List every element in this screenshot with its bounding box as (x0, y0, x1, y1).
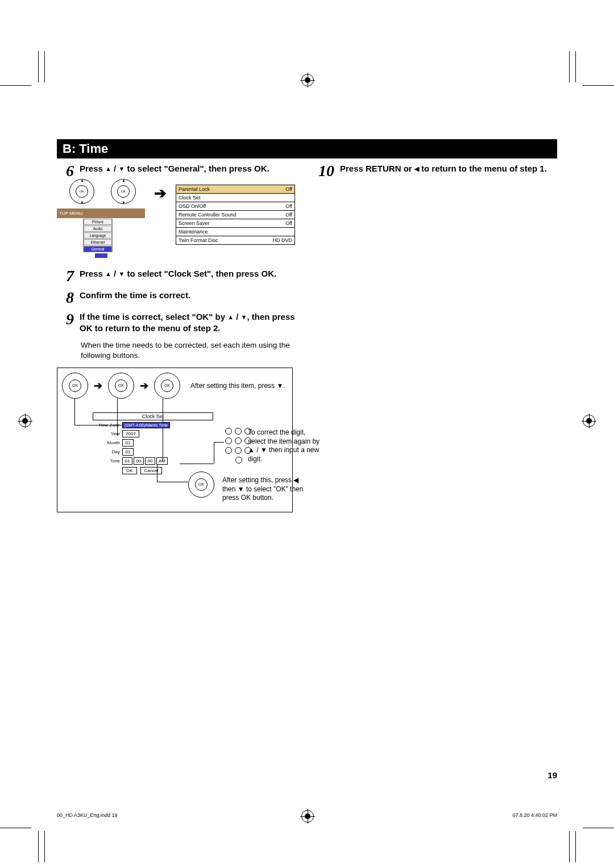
step-number: 9 (57, 311, 74, 327)
cancel-button-graphic: Cancel (140, 467, 163, 474)
arrow-right-icon: ➔ (94, 379, 102, 392)
step-text: Press ▲ / ▼ to select "Clock Set", then … (80, 268, 276, 279)
step-number: 10 (317, 163, 334, 179)
row-label: Time (93, 458, 122, 464)
setting-value: Off (285, 212, 292, 218)
menu-item-selected: General (84, 246, 112, 252)
settings-table: Parental LockOff Clock Set OSD On/OffOff… (176, 185, 295, 245)
arrow-right-icon: ➔ (152, 185, 169, 202)
registration-mark (19, 415, 31, 427)
clock-set-panel: Clock Set Time Zone(GMT-4:00)Atlantic Ti… (93, 412, 213, 474)
setting-label: Remote Controller Sound (179, 212, 237, 218)
step-text: Press ▲ / ▼ to select "General", then pr… (80, 163, 269, 174)
ok-label: OK (76, 185, 88, 198)
connector-line (214, 442, 214, 464)
crop-mark (575, 831, 576, 862)
menu-item: Picture (84, 219, 112, 225)
menu-item: Language (84, 232, 112, 239)
step-9: 9 If the time is correct, select "OK" by… (57, 311, 297, 335)
diagram-clock-set: OK ➔ OK ➔ OK After setting this item, pr… (57, 368, 293, 512)
row-value: AM (156, 457, 168, 465)
step-text: If the time is correct, select "OK" by ▲… (80, 311, 297, 335)
row-value: 01 (122, 448, 134, 456)
setting-value: Off (285, 186, 292, 192)
crop-mark (0, 85, 31, 86)
crop-mark (0, 828, 31, 828)
down-icon: ▼ (118, 165, 125, 173)
setting-label: Clock Set (179, 195, 201, 201)
registration-mark (583, 415, 595, 427)
connector-line (74, 399, 75, 425)
crop-mark (569, 51, 570, 82)
step-text: Confirm the time is correct. (80, 290, 190, 301)
left-icon: ◀ (414, 165, 419, 173)
registration-mark (301, 74, 314, 86)
connector-line (180, 464, 214, 464)
setting-value: Off (285, 203, 292, 209)
up-icon: ▲ (105, 270, 111, 278)
section-title: B: Time (57, 139, 557, 158)
step-number: 7 (57, 268, 74, 284)
ok-label: OK (117, 185, 130, 198)
arrow-right-icon: ➔ (140, 379, 148, 392)
crop-mark (569, 831, 570, 862)
remote-dpad-icon: OK (108, 373, 134, 399)
step-text: Press RETURN or ◀ to return to the menu … (340, 163, 547, 174)
row-value: (GMT-4:00)Atlantic Time (122, 422, 170, 428)
registration-mark (301, 810, 314, 823)
row-value: 00 (145, 457, 155, 465)
remote-dpad-icon: OK (154, 373, 180, 399)
connector-line (157, 482, 188, 482)
step-7: 7 Press ▲ / ▼ to select "Clock Set", the… (57, 268, 297, 284)
remote-dpad-icon: OK (188, 471, 214, 498)
row-label: Time Zone (93, 423, 122, 428)
diagram-caption: After setting this item, press ▼. (190, 382, 285, 390)
setting-label: Twin Format Disc (179, 237, 218, 243)
step-8: 8 Confirm the time is correct. (57, 290, 297, 306)
diagram-note: To correct the digit, select the item ag… (248, 428, 322, 464)
connector-line (214, 442, 224, 443)
diagram-setup-menu: ▲ ▼ OK ▲ ▼ OK TUP MENU Picture Audio Lan… (57, 185, 297, 258)
row-value: 00 (134, 457, 144, 465)
setting-value: Off (285, 220, 292, 226)
setting-label: Parental Lock (179, 186, 210, 192)
remote-dpad-icon: ▲ ▼ OK (69, 179, 94, 204)
crop-mark (38, 51, 39, 82)
step-6: 6 Press ▲ / ▼ to select "General", then … (57, 163, 297, 179)
diagram-note: After setting this, press ◀ then ▼ to se… (222, 476, 313, 503)
menu-item: Audio (84, 226, 112, 232)
row-value: 01 (122, 439, 134, 446)
crop-mark (44, 51, 45, 82)
down-icon: ▼ (241, 313, 247, 322)
step-10: 10 Press RETURN or ◀ to return to the me… (317, 163, 557, 179)
up-icon: ▲ (227, 313, 234, 322)
setting-label: OSD On/Off (179, 203, 206, 209)
down-icon: ▼ (118, 270, 125, 278)
ok-button-graphic: OK (122, 467, 137, 474)
menu-item: Ethernet (84, 239, 112, 245)
crop-mark (583, 85, 614, 86)
clock-set-title: Clock Set (93, 412, 213, 420)
setting-label: Screen Saver (179, 220, 210, 226)
page-number: 19 (547, 770, 557, 780)
setup-menu-label: TUP MENU (57, 208, 145, 218)
crop-mark (44, 831, 45, 862)
row-label: Day (93, 449, 122, 454)
remote-dpad-icon: ▲ ▼ OK (111, 179, 136, 204)
row-value: 01 (122, 457, 132, 465)
crop-mark (583, 828, 614, 828)
footer-timestamp: 07.8.20 4:40:02 PM (512, 812, 557, 818)
setting-value: HD DVD (272, 237, 292, 243)
row-label: Year (93, 431, 122, 436)
row-value: 2007 (122, 430, 139, 437)
step-9-note: When the time needs to be corrected, set… (81, 340, 297, 361)
row-label: Month (93, 440, 122, 445)
crop-mark (575, 51, 576, 82)
remote-dpad-icon: OK (62, 373, 88, 399)
step-number: 6 (57, 163, 74, 179)
connector-line (157, 465, 157, 482)
selection-indicator (95, 253, 107, 258)
up-icon: ▲ (105, 165, 111, 173)
setting-label: Maintenance (179, 229, 208, 235)
crop-mark (38, 831, 39, 862)
